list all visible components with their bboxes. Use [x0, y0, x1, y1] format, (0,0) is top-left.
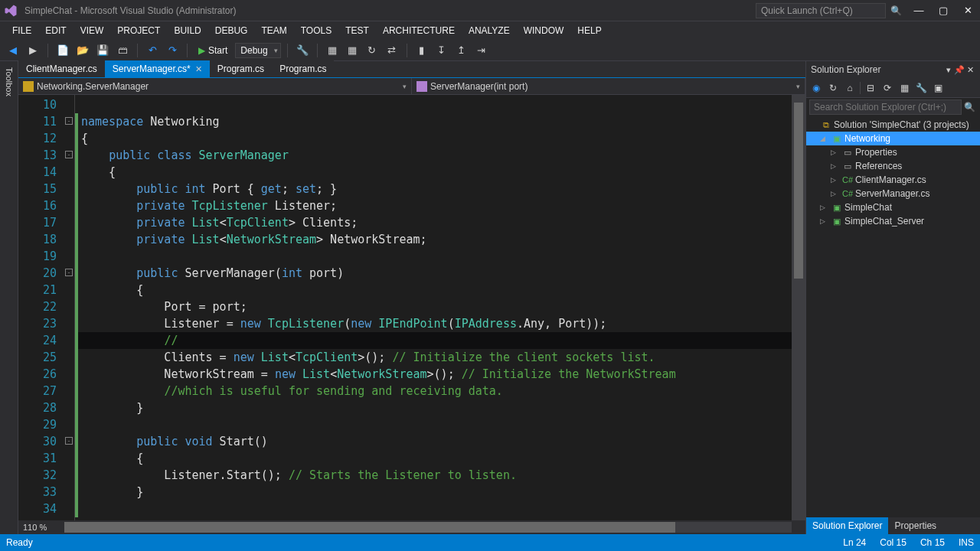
- menu-team[interactable]: TEAM: [255, 24, 292, 37]
- line-number-gutter: 1011121314151617181920212223242526272829…: [18, 95, 64, 520]
- sync-icon[interactable]: ⟳: [880, 81, 894, 95]
- menu-tools[interactable]: TOOLS: [295, 24, 338, 37]
- preview-icon[interactable]: ▣: [931, 81, 945, 95]
- nav-back-button[interactable]: ◀: [5, 42, 21, 59]
- status-ready: Ready: [6, 537, 33, 548]
- toolbox-panel[interactable]: Toolbox: [0, 61, 18, 534]
- pane-dropdown-icon[interactable]: ▾: [943, 65, 954, 75]
- bottom-tab-solution-explorer[interactable]: Solution Explorer: [806, 517, 888, 534]
- tree-node[interactable]: ▷▣SimpleChat_Server: [806, 214, 980, 228]
- menu-analyze[interactable]: ANALYZE: [462, 24, 516, 37]
- tb-icon-4[interactable]: ⇄: [384, 42, 400, 59]
- properties-icon[interactable]: 🔧: [914, 81, 928, 95]
- tb-icon-8[interactable]: ⇥: [473, 42, 490, 59]
- tb-icon-1[interactable]: ▦: [324, 42, 341, 59]
- menu-project[interactable]: PROJECT: [111, 24, 166, 37]
- home-icon[interactable]: ◉: [809, 81, 823, 95]
- tab-close-icon[interactable]: ✕: [195, 64, 202, 74]
- tree-node[interactable]: ▷▭References: [806, 159, 980, 173]
- editor-tab[interactable]: Program.cs: [210, 60, 272, 77]
- tb-icon-5[interactable]: ▮: [413, 42, 430, 59]
- solution-search-icon[interactable]: 🔍: [962, 102, 977, 112]
- save-all-button[interactable]: 🗃: [114, 42, 131, 59]
- status-col: Col 15: [880, 537, 906, 548]
- horizontal-scrollbar[interactable]: [64, 522, 792, 533]
- refresh-icon[interactable]: ↻: [826, 81, 840, 95]
- editor-tab[interactable]: ClientManager.cs: [18, 60, 105, 77]
- menu-build[interactable]: BUILD: [168, 24, 207, 37]
- redo-button[interactable]: ↷: [164, 42, 181, 59]
- status-ins: INS: [959, 537, 974, 548]
- menu-help[interactable]: HELP: [571, 24, 607, 37]
- collapse-icon[interactable]: ⊟: [864, 81, 877, 95]
- start-debug-button[interactable]: ▶Start: [194, 42, 232, 59]
- tree-node[interactable]: ◢▣Networking: [806, 132, 980, 145]
- find-in-files-button[interactable]: 🔧: [294, 42, 311, 59]
- tb-icon-7[interactable]: ↥: [453, 42, 470, 59]
- editor-tab[interactable]: ServerManager.cs*✕: [105, 60, 210, 77]
- bottom-tab-properties[interactable]: Properties: [888, 517, 942, 534]
- search-icon[interactable]: 🔍: [890, 5, 902, 16]
- tb-icon-2[interactable]: ▦: [344, 42, 361, 59]
- minimize-button[interactable]: —: [910, 3, 928, 18]
- quick-launch-input[interactable]: Quick Launch (Ctrl+Q): [756, 3, 886, 18]
- open-file-button[interactable]: 📂: [74, 42, 91, 59]
- status-ch: Ch 15: [920, 537, 945, 548]
- pane-pin-icon[interactable]: 📌: [954, 65, 965, 75]
- solution-explorer-header: Solution Explorer: [811, 64, 943, 75]
- show-all-icon[interactable]: ▦: [897, 81, 911, 95]
- tb-icon-3[interactable]: ↻: [364, 42, 381, 59]
- zoom-level[interactable]: 110 %: [18, 523, 64, 532]
- tree-node[interactable]: ▷▣SimpleChat: [806, 201, 980, 214]
- fold-toggle[interactable]: -: [65, 437, 73, 445]
- tb-icon-6[interactable]: ↧: [433, 42, 450, 59]
- tree-node[interactable]: ▷▭Properties: [806, 145, 980, 159]
- fold-toggle[interactable]: -: [65, 117, 73, 125]
- configuration-combo[interactable]: Debug: [235, 43, 280, 58]
- save-button[interactable]: 💾: [94, 42, 111, 59]
- menu-test[interactable]: TEST: [339, 24, 375, 37]
- home-nav-icon[interactable]: ⌂: [843, 81, 857, 95]
- tree-node[interactable]: ⧉Solution 'SimpleChat' (3 projects): [806, 118, 980, 132]
- fold-toggle[interactable]: -: [65, 151, 73, 158]
- undo-button[interactable]: ↶: [144, 42, 161, 59]
- menu-architecture[interactable]: ARCHITECTURE: [377, 24, 461, 37]
- window-title: SimpleChat - Microsoft Visual Studio (Ad…: [24, 5, 756, 16]
- nav-type-combo[interactable]: Networking.ServerManager: [18, 78, 412, 95]
- editor-tab[interactable]: Program.cs: [272, 60, 334, 77]
- fold-toggle[interactable]: -: [65, 269, 73, 276]
- vertical-scrollbar[interactable]: [792, 95, 805, 520]
- tree-node[interactable]: ▷C#ServerManager.cs: [806, 187, 980, 201]
- close-button[interactable]: ✕: [959, 3, 977, 18]
- vs-logo-icon: [3, 3, 18, 18]
- menu-debug[interactable]: DEBUG: [209, 24, 254, 37]
- status-line: Ln 24: [843, 537, 866, 548]
- tree-node[interactable]: ▷C#ClientManager.cs: [806, 173, 980, 187]
- menu-window[interactable]: WINDOW: [518, 24, 570, 37]
- code-editor[interactable]: namespace Networking { public class Serv…: [78, 95, 792, 520]
- menu-file[interactable]: FILE: [6, 24, 38, 37]
- nav-member-combo[interactable]: ServerManager(int port): [412, 78, 805, 95]
- nav-forward-button[interactable]: ▶: [24, 42, 41, 59]
- maximize-button[interactable]: ▢: [934, 3, 952, 18]
- new-project-button[interactable]: 📄: [54, 42, 71, 59]
- menu-edit[interactable]: EDIT: [39, 24, 72, 37]
- pane-close-icon[interactable]: ✕: [965, 65, 975, 75]
- solution-search-input[interactable]: [809, 99, 962, 115]
- menu-view[interactable]: VIEW: [74, 24, 110, 37]
